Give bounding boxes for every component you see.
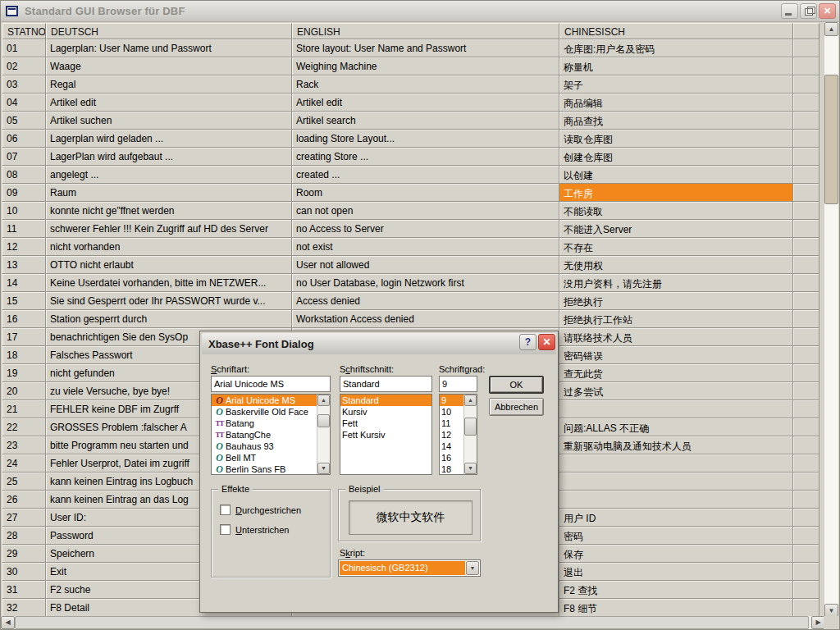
filler-cell[interactable]	[793, 39, 819, 57]
scroll-up-icon[interactable]: ▲	[824, 22, 838, 36]
style-list-item[interactable]: Kursiv	[340, 406, 431, 418]
table-row[interactable]: 04Artikel editArtikel edit商品编辑	[2, 94, 819, 112]
filler-cell[interactable]	[793, 202, 819, 220]
selected-cell[interactable]: 工作房	[559, 184, 793, 202]
filler-cell[interactable]	[793, 436, 819, 454]
vertical-scroll-thumb[interactable]	[824, 75, 838, 204]
filler-cell[interactable]	[793, 581, 819, 599]
english-cell[interactable]: no User Database, login Netzwork first	[292, 274, 559, 292]
size-list-scroll-down-icon[interactable]: ▼	[464, 463, 477, 474]
english-cell[interactable]: Access denied	[292, 292, 559, 310]
filler-cell[interactable]	[793, 256, 819, 274]
strikeout-checkbox[interactable]	[220, 504, 231, 515]
chinesisch-cell[interactable]: 查无此货	[559, 364, 793, 382]
table-row[interactable]: 08angelegt ...created ...以创建	[2, 166, 819, 184]
chinesisch-cell[interactable]: 商品编辑	[559, 94, 793, 112]
size-list-scroll-thumb[interactable]	[464, 418, 477, 436]
table-row[interactable]: 06Lagerplan wird geladen ...loading Stor…	[2, 130, 819, 148]
english-cell[interactable]: loading Store Layout...	[292, 130, 559, 148]
filler-cell[interactable]	[793, 400, 819, 418]
font-size-input[interactable]	[439, 376, 477, 392]
chinesisch-cell[interactable]: 仓库图:用户名及密码	[559, 39, 793, 57]
statno-cell[interactable]: 15	[2, 292, 46, 310]
deutsch-cell[interactable]: Artikel edit	[46, 94, 292, 112]
filler-cell[interactable]	[793, 112, 819, 130]
column-header[interactable]: ENGLISH	[292, 23, 559, 39]
chinesisch-cell[interactable]	[559, 454, 793, 472]
dialog-help-button[interactable]: ?	[519, 334, 536, 350]
statno-cell[interactable]: 25	[2, 472, 46, 491]
font-list-scrollbar[interactable]: ▲ ▼	[317, 395, 330, 474]
filler-cell[interactable]	[793, 238, 819, 256]
filler-cell[interactable]	[793, 364, 819, 382]
deutsch-cell[interactable]: Station gesperrt durch	[46, 310, 292, 328]
statno-cell[interactable]: 06	[2, 130, 46, 148]
statno-cell[interactable]: 07	[2, 148, 46, 166]
statno-cell[interactable]: 22	[2, 418, 46, 436]
english-cell[interactable]: User not allowed	[292, 256, 559, 274]
chinesisch-cell[interactable]: 问题:ALLAS 不正确	[559, 418, 793, 436]
table-row[interactable]: 10konnte nicht ge"ffnet werdencan not op…	[2, 202, 819, 220]
statno-cell[interactable]: 29	[2, 545, 46, 563]
statno-cell[interactable]: 12	[2, 238, 46, 256]
chinesisch-cell[interactable]	[559, 472, 793, 491]
statno-cell[interactable]: 19	[2, 364, 46, 382]
filler-cell[interactable]	[793, 382, 819, 400]
deutsch-cell[interactable]: Waage	[46, 57, 292, 75]
chinesisch-cell[interactable]: 不能读取	[559, 202, 793, 220]
english-cell[interactable]: Artikel edit	[292, 94, 559, 112]
table-row[interactable]: 16Station gesperrt durchWorkstation Acce…	[2, 310, 819, 328]
filler-cell[interactable]	[793, 310, 819, 328]
chinesisch-cell[interactable]	[559, 400, 793, 418]
statno-cell[interactable]: 02	[2, 57, 46, 75]
english-cell[interactable]: Room	[292, 184, 559, 202]
statno-cell[interactable]: 04	[2, 94, 46, 112]
english-cell[interactable]: Rack	[292, 75, 559, 94]
font-list-scroll-thumb[interactable]	[317, 414, 330, 427]
table-row[interactable]: 05Artikel suchenArtikel search商品查找	[2, 112, 819, 130]
deutsch-cell[interactable]: Keine Userdatei vorhanden, bitte im NETZ…	[46, 274, 292, 292]
english-cell[interactable]: not exist	[292, 238, 559, 256]
filler-cell[interactable]	[793, 599, 819, 617]
cancel-button[interactable]: Abbrechen	[489, 398, 544, 416]
filler-cell[interactable]	[793, 346, 819, 364]
chinesisch-cell[interactable]: 请联络技术人员	[559, 328, 793, 346]
font-list-scroll-down-icon[interactable]: ▼	[317, 463, 330, 474]
chinesisch-cell[interactable]: F8 细节	[559, 599, 793, 617]
filler-cell[interactable]	[793, 148, 819, 166]
chinesisch-cell[interactable]: 过多尝试	[559, 382, 793, 400]
statno-cell[interactable]: 01	[2, 39, 46, 57]
statno-cell[interactable]: 28	[2, 527, 46, 545]
chinesisch-cell[interactable]: 读取仓库图	[559, 130, 793, 148]
filler-cell[interactable]	[793, 509, 819, 527]
font-list-item[interactable]: TTBatangChe	[212, 429, 330, 441]
english-cell[interactable]: Workstation Access denied	[292, 310, 559, 328]
filler-cell[interactable]	[793, 274, 819, 292]
filler-cell[interactable]	[793, 130, 819, 148]
scroll-left-icon[interactable]: ◀	[1, 616, 15, 629]
style-list-item[interactable]: Fett	[340, 418, 431, 429]
statno-cell[interactable]: 18	[2, 346, 46, 364]
deutsch-cell[interactable]: Regal	[46, 75, 292, 94]
font-list-item[interactable]: TTBatang	[212, 418, 330, 429]
script-combobox[interactable]: Chinesisch (GB2312) ▼	[338, 559, 481, 577]
statno-cell[interactable]: 17	[2, 328, 46, 346]
font-list-item[interactable]: OBauhaus 93	[212, 441, 330, 452]
filler-cell[interactable]	[793, 418, 819, 436]
minimize-button[interactable]	[781, 3, 798, 19]
english-cell[interactable]: Artikel search	[292, 112, 559, 130]
chinesisch-cell[interactable]: 不存在	[559, 238, 793, 256]
filler-cell[interactable]	[793, 292, 819, 310]
statno-cell[interactable]: 13	[2, 256, 46, 274]
deutsch-cell[interactable]: LagerPlan wird aufgebaut ...	[46, 148, 292, 166]
chinesisch-cell[interactable]: 商品查找	[559, 112, 793, 130]
font-list-item[interactable]: OBerlin Sans FB	[212, 463, 330, 475]
filler-cell[interactable]	[793, 94, 819, 112]
statno-cell[interactable]: 11	[2, 220, 46, 238]
filler-cell[interactable]	[793, 75, 819, 94]
statno-cell[interactable]: 23	[2, 436, 46, 454]
chinesisch-cell[interactable]: 拒绝执行工作站	[559, 310, 793, 328]
size-list-scrollbar[interactable]: ▲ ▼	[463, 395, 477, 474]
deutsch-cell[interactable]: Artikel suchen	[46, 112, 292, 130]
chinesisch-cell[interactable]: 无使用权	[559, 256, 793, 274]
